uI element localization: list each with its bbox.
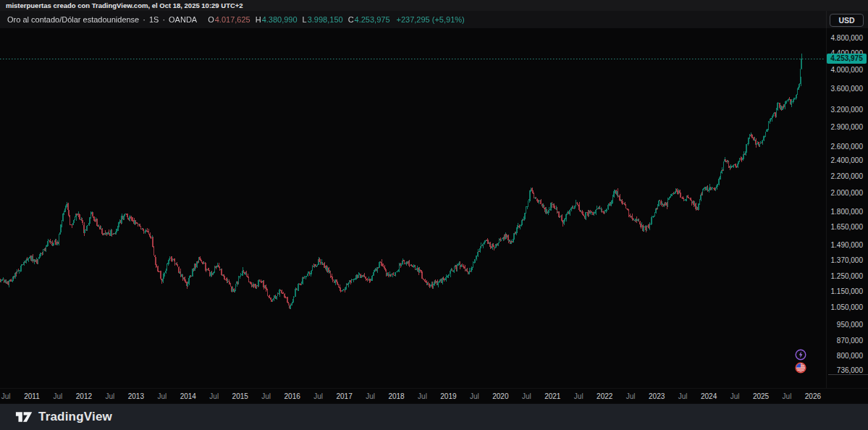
bottom-toolbar: TradingView [0, 403, 868, 430]
time-tick-label: Jul [626, 392, 636, 400]
time-tick-label: Jul [157, 392, 167, 400]
price-axis-separator [828, 374, 868, 375]
price-tick-label: 3.600,000 [831, 85, 864, 93]
event-markers [795, 349, 806, 374]
time-tick-label: Jul [418, 392, 427, 400]
time-tick-label: Jul [209, 392, 219, 400]
price-tick-label: 2.000,000 [831, 189, 864, 197]
time-tick-label: Jul [678, 392, 688, 400]
time-tick-label: Jul [783, 392, 792, 400]
time-tick-label: 2011 [24, 392, 40, 400]
time-tick-label: Jul [366, 392, 375, 400]
price-tick-label: 4.800,000 [831, 34, 864, 42]
time-tick-label: 2015 [232, 392, 248, 400]
price-axis[interactable]: 4.800,0004.400,0004.000,0003.600,0003.20… [826, 11, 868, 402]
high-value: 4.380,990 [262, 15, 298, 24]
time-tick-label: 2023 [649, 392, 665, 400]
tradingview-widget: misterpuertas creado con TradingView.com… [0, 0, 868, 430]
time-tick-label: Jul [313, 392, 323, 400]
time-tick-label: Jul [54, 392, 63, 400]
us-flag-event-icon[interactable] [795, 362, 806, 374]
close-value: 4.253,975 [355, 15, 390, 24]
timeframe-label: 1S [149, 15, 159, 24]
time-tick-label: Jul [261, 392, 271, 400]
tradingview-logo-mark [15, 410, 33, 425]
close-label: C [348, 15, 354, 24]
price-tick-label: 2.900,000 [831, 123, 864, 131]
time-tick-label: 2014 [180, 392, 196, 400]
time-tick-label: 2018 [388, 392, 404, 400]
low-label: L [303, 15, 307, 24]
time-tick-label: 2016 [285, 392, 300, 400]
price-tick-label: 950,000 [837, 321, 863, 329]
time-tick-label: Jul [470, 392, 479, 400]
time-tick-label: 2012 [76, 392, 92, 400]
price-tick-label: 1.800,000 [831, 208, 864, 216]
open-value: 4.017,625 [215, 15, 250, 24]
time-tick-label: Jul [574, 392, 583, 400]
time-tick-label: 2013 [128, 392, 144, 400]
price-tick-label: 1.650,000 [831, 223, 864, 231]
ohlc-values: O4.017,625 H4.380,990 L3.998,150 C4.253,… [208, 15, 465, 24]
time-axis[interactable]: Jul2011Jul2012Jul2013Jul2014Jul2015Jul20… [0, 388, 868, 403]
currency-button[interactable]: USD [830, 14, 864, 27]
price-tick-label: 2.200,000 [831, 172, 864, 180]
time-tick-label: 2019 [440, 392, 456, 400]
legend-separator: · [143, 15, 146, 24]
price-tick-label: 1.150,000 [831, 287, 864, 295]
time-tick-label: Jul [522, 392, 531, 400]
time-tick-label: 2024 [701, 392, 717, 400]
change-value: +237,295 (+5,91%) [397, 15, 465, 24]
high-label: H [256, 15, 261, 24]
candlestick-chart-canvas[interactable] [0, 0, 825, 388]
tradingview-logo[interactable]: TradingView [15, 410, 112, 425]
flash-event-icon[interactable] [795, 349, 806, 361]
time-tick-label: 2022 [597, 392, 612, 400]
time-tick-label: Jul [1, 392, 11, 400]
open-label: O [208, 15, 214, 24]
price-tick-label: 4.000,000 [831, 66, 864, 74]
price-tick-label: 2.600,000 [831, 143, 864, 151]
price-tick-label: 1.050,000 [831, 303, 864, 311]
time-tick-label: Jul [730, 392, 740, 400]
time-tick-label: 2021 [544, 392, 560, 400]
price-tick-label: 800,000 [837, 352, 863, 360]
legend-separator: · [162, 15, 165, 24]
price-tick-label: 3.200,000 [831, 106, 864, 114]
time-tick-label: 2020 [492, 392, 508, 400]
price-tick-label: 2.400,000 [831, 156, 864, 164]
time-tick-label: 2025 [753, 392, 769, 400]
last-price-badge: 4.253,975 [827, 54, 867, 64]
price-tick-label: 1.370,000 [831, 256, 864, 264]
time-tick-label: 2017 [336, 392, 352, 400]
tradingview-logo-text: TradingView [38, 410, 112, 424]
price-tick-label: 870,000 [837, 337, 863, 345]
exchange-label: OANDA [169, 15, 197, 24]
price-tick-label: 1.490,000 [831, 241, 864, 249]
time-tick-label: Jul [105, 392, 114, 400]
time-tick-label: 2026 [805, 392, 821, 400]
symbol-title: Oro al contado/Dólar estadounidense [7, 15, 139, 24]
price-tick-label: 1.250,000 [831, 272, 864, 280]
low-value: 3.998,150 [308, 15, 343, 24]
price-tick-label: 736,000 [837, 366, 863, 374]
symbol-legend[interactable]: Oro al contado/Dólar estadounidense · 1S… [7, 15, 465, 24]
